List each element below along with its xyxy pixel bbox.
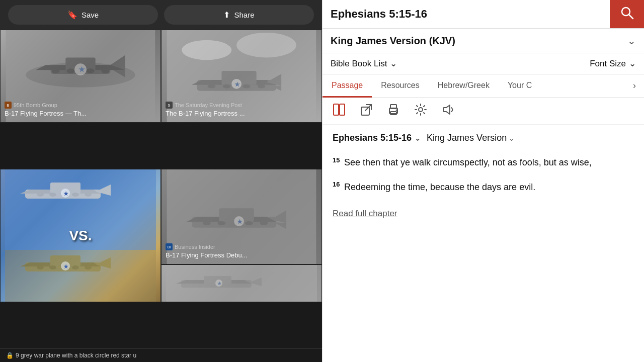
source-icon-4: BI (166, 243, 173, 250)
svg-text:★: ★ (217, 281, 222, 286)
grid-title-1: B-17 Flying Fortress — Th... (5, 110, 156, 118)
search-bar (323, 0, 644, 29)
svg-point-6 (66, 68, 74, 73)
bottom-caption-text: 🔒 9 grey war plane with a black circle r… (6, 352, 316, 359)
bottom-caption-label: 9 grey war plane with a black circle red… (16, 352, 136, 359)
passage-content: 15 See then that ye walk circumspectly, … (323, 147, 644, 362)
save-button[interactable]: 🔖 Save (8, 5, 158, 25)
version-bar[interactable]: King James Version (KJV) ⌄ (323, 29, 644, 53)
left-panel: 🔖 Save ⬆ Share (0, 0, 322, 362)
share-label: Share (234, 11, 254, 19)
svg-point-37 (72, 193, 79, 197)
font-size-label: Font Size (590, 59, 626, 69)
version-chevron-icon: ⌄ (627, 35, 636, 47)
share-icon: ⬆ (223, 10, 230, 20)
grid-item-4[interactable]: ★ BI Business Insider B-17 Flying Fortre… (161, 169, 322, 264)
grid-item-5[interactable]: ★ (161, 264, 322, 302)
external-link-icon[interactable] (360, 103, 373, 119)
verse-number-15: 15 (333, 156, 340, 164)
svg-point-15 (236, 33, 296, 57)
svg-text:★: ★ (78, 65, 85, 73)
search-icon (620, 6, 634, 23)
svg-text:★: ★ (234, 81, 240, 88)
source-name-4: Business Insider (175, 244, 215, 250)
source-icon-1: B (5, 102, 12, 109)
svg-point-47 (72, 265, 79, 269)
svg-point-46 (49, 265, 56, 269)
save-icon: 🔖 (67, 10, 77, 20)
svg-point-59 (245, 221, 253, 225)
svg-point-26 (258, 84, 266, 88)
grid-item-1[interactable]: ★ B 95th Bomb Group B-17 Flying Fortress… (0, 30, 161, 123)
verse-number-16: 16 (333, 180, 340, 188)
svg-line-69 (629, 15, 633, 19)
grid-item-2[interactable]: ★ S The Saturday Evening Post The B-17 F… (161, 30, 322, 123)
caption-4: BI Business Insider B-17 Flying Fortress… (162, 241, 321, 264)
font-size-chevron-icon: ⌄ (629, 58, 636, 69)
read-full-chapter-link[interactable]: Read full chapter (333, 209, 397, 219)
verse-text-16: Redeeming the time, because the days are… (344, 182, 535, 192)
source-name-2: The Saturday Evening Post (175, 102, 242, 108)
source-2: S The Saturday Evening Post (166, 102, 317, 109)
tab-scroll-arrow[interactable]: › (625, 74, 644, 97)
passage-version[interactable]: King James Version ⌄ (427, 133, 515, 143)
svg-rect-70 (334, 104, 339, 115)
svg-text:★: ★ (63, 263, 69, 269)
passage-reference[interactable]: Ephesians 5:15-16 ⌄ (333, 133, 421, 143)
svg-point-23 (208, 84, 216, 88)
svg-point-48 (85, 265, 92, 269)
svg-marker-79 (444, 105, 450, 114)
caption-1: B 95th Bomb Group B-17 Flying Fortress —… (1, 100, 160, 122)
svg-point-24 (222, 84, 230, 88)
bottom-caption-bar: 🔒 9 grey war plane with a black circle r… (0, 348, 322, 362)
book-list-label: Bible Book List (331, 59, 387, 69)
search-input-wrapper (323, 1, 610, 28)
source-icon-2: S (166, 102, 173, 109)
book-list-chevron-icon: ⌄ (390, 58, 397, 69)
tab-your-c[interactable]: Your C (499, 75, 541, 98)
verse-text-15: See then that ye walk circumspectly, not… (344, 157, 592, 167)
tab-resources[interactable]: Resources (372, 75, 428, 98)
tab-bar: Passage Resources Hebrew/Greek Your C › (323, 74, 644, 98)
chevron-right-icon: › (633, 80, 636, 91)
book-list-button[interactable]: Bible Book List ⌄ (331, 58, 397, 69)
verse-15: 15 See then that ye walk circumspectly, … (333, 155, 634, 170)
svg-point-8 (102, 68, 110, 73)
grid-item-3[interactable]: ★ ★ VS. (0, 169, 161, 302)
print-icon[interactable] (387, 103, 400, 119)
passage-version-chevron-icon: ⌄ (509, 134, 515, 142)
svg-point-36 (49, 193, 56, 197)
svg-point-38 (85, 193, 92, 197)
save-label: Save (82, 11, 99, 19)
lock-icon: 🔒 (6, 352, 14, 359)
vs-label: VS. (69, 228, 92, 244)
share-button[interactable]: ⬆ Share (164, 5, 314, 25)
font-size-button[interactable]: Font Size ⌄ (590, 58, 636, 69)
passage-ref-chevron-icon: ⌄ (415, 134, 421, 142)
source-name-1: 95th Bomb Group (14, 102, 57, 108)
svg-point-14 (182, 40, 231, 60)
svg-point-58 (218, 221, 226, 225)
search-input[interactable] (323, 1, 610, 28)
svg-point-60 (260, 221, 268, 225)
grid-title-2: The B-17 Flying Fortress ... (166, 110, 317, 118)
right-panel: King James Version (KJV) ⌄ Bible Book Li… (322, 0, 644, 362)
settings-icon[interactable] (414, 103, 427, 119)
passage-version-text: King James Version (427, 133, 507, 143)
search-button[interactable] (610, 0, 644, 28)
passage-header: Ephesians 5:15-16 ⌄ King James Version ⌄ (323, 125, 644, 147)
image-5: ★ (162, 265, 321, 302)
caption-2: S The Saturday Evening Post The B-17 Fly… (162, 100, 321, 122)
svg-text:★: ★ (237, 218, 243, 225)
book-list-bar: Bible Book List ⌄ Font Size ⌄ (323, 53, 644, 74)
version-label: King James Version (KJV) (331, 35, 627, 47)
svg-point-35 (37, 193, 44, 197)
tab-hebrew-greek[interactable]: Hebrew/Greek (429, 75, 499, 98)
tab-passage[interactable]: Passage (323, 75, 372, 98)
top-button-bar: 🔖 Save ⬆ Share (0, 0, 322, 30)
audio-icon[interactable] (441, 103, 454, 119)
svg-point-5 (52, 68, 60, 73)
svg-point-45 (37, 265, 44, 269)
parallel-bible-icon[interactable] (333, 103, 346, 119)
source-1: B 95th Bomb Group (5, 102, 156, 109)
